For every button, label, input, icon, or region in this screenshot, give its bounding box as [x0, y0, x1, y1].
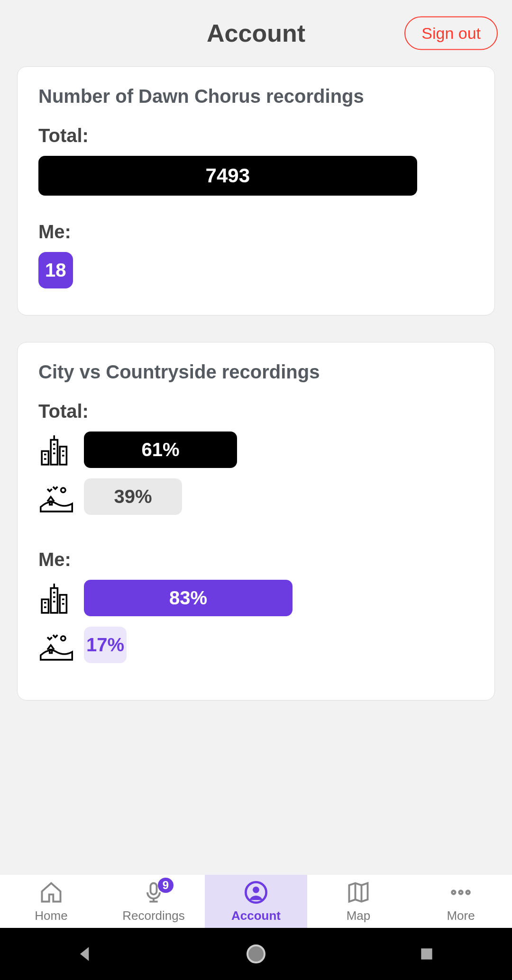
tab-more[interactable]: More	[410, 875, 512, 928]
me-country-bar: 17%	[84, 627, 127, 663]
svg-rect-24	[50, 649, 52, 653]
svg-point-30	[253, 886, 259, 893]
svg-marker-31	[349, 883, 368, 901]
me-label: Me:	[38, 221, 474, 243]
map-icon	[346, 880, 371, 907]
svg-rect-0	[42, 451, 48, 465]
svg-rect-39	[421, 948, 432, 959]
row-me-country: 17%	[38, 627, 474, 663]
tab-label: Map	[347, 908, 371, 923]
nav-back[interactable]	[71, 940, 100, 968]
tab-home[interactable]: Home	[0, 875, 102, 928]
me-label: Me:	[38, 549, 474, 570]
tab-map[interactable]: Map	[307, 875, 410, 928]
row-total-city: 61%	[38, 432, 474, 468]
nav-recents[interactable]	[412, 940, 441, 968]
me-pill: 18	[38, 252, 73, 288]
city-icon	[38, 432, 84, 468]
recordings-badge: 9	[158, 878, 174, 893]
total-label: Total:	[38, 401, 474, 422]
tab-label: Account	[231, 908, 281, 923]
android-navbar	[0, 928, 512, 980]
more-icon	[448, 880, 473, 907]
svg-rect-11	[50, 501, 52, 504]
tab-label: Home	[35, 908, 67, 923]
card-recordings-count: Number of Dawn Chorus recordings Total: …	[17, 66, 495, 315]
nav-home[interactable]	[242, 940, 270, 968]
svg-point-12	[61, 488, 66, 493]
account-icon	[244, 880, 268, 907]
header: Account Sign out	[0, 0, 512, 66]
svg-rect-13	[42, 599, 48, 613]
card-city-country: City vs Countryside recordings Total: 61…	[17, 342, 495, 701]
card-title: Number of Dawn Chorus recordings	[38, 86, 474, 107]
svg-rect-26	[151, 883, 157, 894]
countryside-icon	[38, 627, 84, 663]
total-country-bar: 39%	[84, 478, 182, 515]
svg-point-34	[452, 890, 455, 894]
svg-point-36	[466, 890, 470, 894]
svg-point-38	[247, 945, 265, 962]
total-label: Total:	[38, 125, 474, 146]
tabbar: Home 9 Recordings Account	[0, 875, 512, 928]
row-me-city: 83%	[38, 580, 474, 616]
total-bar: 7493	[38, 156, 417, 196]
svg-marker-37	[80, 947, 89, 961]
tab-account[interactable]: Account	[205, 875, 307, 928]
tab-recordings[interactable]: 9 Recordings	[102, 875, 205, 928]
svg-point-25	[61, 636, 66, 641]
page-title: Account	[207, 19, 305, 47]
home-icon	[39, 880, 64, 907]
me-city-bar: 83%	[84, 580, 293, 616]
countryside-icon	[38, 479, 84, 515]
sign-out-button[interactable]: Sign out	[404, 17, 498, 50]
city-icon	[38, 580, 84, 616]
tab-label: More	[447, 908, 475, 923]
content: Number of Dawn Chorus recordings Total: …	[0, 66, 512, 701]
row-total-country: 39%	[38, 478, 474, 515]
card-title: City vs Countryside recordings	[38, 361, 474, 383]
svg-point-35	[459, 890, 463, 894]
tab-label: Recordings	[122, 908, 185, 923]
total-city-bar: 61%	[84, 432, 237, 468]
